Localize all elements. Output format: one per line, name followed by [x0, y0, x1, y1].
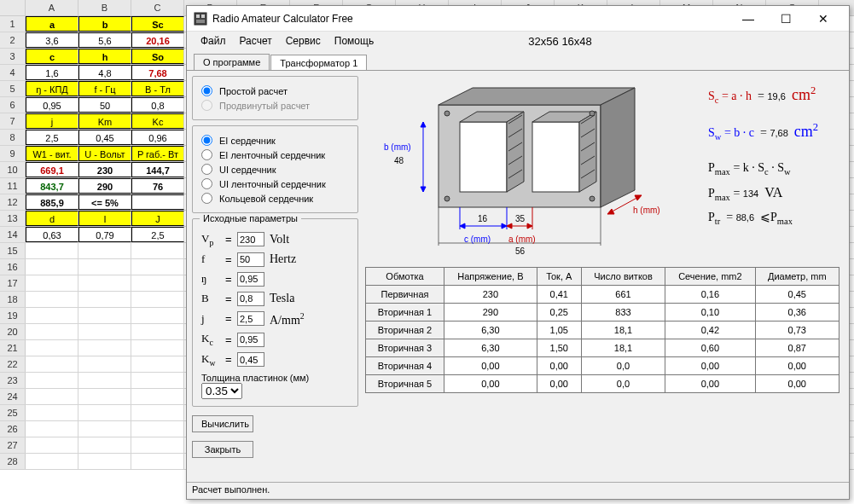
row-header[interactable]: 15 — [0, 243, 26, 258]
cell[interactable]: 2,5 — [131, 227, 184, 242]
input-kw[interactable] — [237, 352, 264, 367]
cell[interactable] — [131, 243, 184, 258]
radio-core-ring[interactable]: Кольцевой сердечник — [201, 191, 349, 206]
cell[interactable] — [78, 373, 131, 388]
cell[interactable]: c — [26, 49, 78, 64]
input-f[interactable] — [237, 252, 264, 267]
cell[interactable]: I — [78, 211, 131, 226]
row-header[interactable]: 22 — [0, 356, 26, 372]
cell[interactable]: <= 5% — [78, 194, 131, 210]
radio-simple[interactable]: Простой расчет — [201, 84, 349, 98]
cell[interactable]: 1,6 — [26, 65, 78, 80]
row-header[interactable]: 12 — [0, 194, 26, 210]
cell[interactable] — [131, 275, 184, 291]
input-eta[interactable] — [237, 272, 264, 287]
input-b[interactable] — [237, 292, 264, 306]
row-header[interactable]: 10 — [0, 162, 26, 177]
cell[interactable]: 50 — [78, 97, 131, 113]
cell[interactable] — [131, 454, 184, 469]
cell[interactable] — [26, 405, 78, 420]
cell[interactable]: f - Гц — [78, 81, 131, 96]
cell[interactable]: 20,16 — [131, 32, 184, 48]
cell[interactable] — [78, 437, 131, 453]
cell[interactable] — [26, 356, 78, 372]
radio-core-ei-tape[interactable]: EI ленточный сердечник — [201, 148, 349, 162]
cell[interactable]: ŋ - КПД — [26, 81, 78, 96]
row-header[interactable]: 18 — [0, 292, 26, 307]
cell[interactable] — [26, 373, 78, 388]
cell[interactable]: 885,9 — [26, 194, 78, 210]
cell[interactable]: 0,95 — [26, 97, 78, 113]
row-header[interactable]: 4 — [0, 65, 26, 80]
cell[interactable] — [26, 259, 78, 275]
cell[interactable]: 144,7 — [131, 162, 184, 177]
col-header[interactable]: A — [26, 0, 78, 15]
tab-about[interactable]: О программе — [194, 54, 270, 71]
row-header[interactable]: 17 — [0, 275, 26, 291]
maximize-button[interactable]: ☐ — [767, 7, 805, 31]
menu-service[interactable]: Сервис — [279, 33, 328, 49]
row-header[interactable]: 3 — [0, 49, 26, 64]
close-window-button[interactable]: ✕ — [805, 7, 842, 31]
cell[interactable] — [131, 373, 184, 388]
row-header[interactable]: 16 — [0, 259, 26, 275]
cell[interactable] — [131, 340, 184, 356]
col-header[interactable]: C — [131, 0, 184, 15]
cell[interactable] — [131, 389, 184, 404]
row-header[interactable]: 6 — [0, 97, 26, 113]
cell[interactable]: a — [26, 16, 78, 32]
cell[interactable] — [131, 194, 184, 210]
cell[interactable]: J — [131, 211, 184, 226]
cell[interactable] — [78, 324, 131, 339]
row-header[interactable]: 28 — [0, 454, 26, 469]
cell[interactable]: 2,5 — [26, 130, 78, 145]
cell[interactable] — [26, 454, 78, 469]
cell[interactable] — [26, 437, 78, 453]
cell[interactable] — [78, 308, 131, 323]
cell[interactable]: So — [131, 49, 184, 64]
cell[interactable] — [26, 421, 78, 437]
cell[interactable]: 7,68 — [131, 65, 184, 80]
row-header[interactable]: 21 — [0, 340, 26, 356]
col-header[interactable]: B — [78, 0, 131, 15]
cell[interactable]: W1 - вит. — [26, 146, 78, 161]
cell[interactable] — [78, 259, 131, 275]
cell[interactable]: j — [26, 113, 78, 129]
row-header[interactable]: 5 — [0, 81, 26, 96]
cell[interactable] — [78, 454, 131, 469]
menu-file[interactable]: Файл — [194, 33, 233, 49]
cell[interactable] — [131, 259, 184, 275]
cell[interactable] — [26, 243, 78, 258]
cell[interactable]: 290 — [78, 178, 131, 194]
cell[interactable] — [78, 421, 131, 437]
row-header[interactable]: 2 — [0, 32, 26, 48]
cell[interactable] — [78, 356, 131, 372]
cell[interactable] — [78, 340, 131, 356]
cell[interactable] — [131, 437, 184, 453]
cell[interactable]: 0,79 — [78, 227, 131, 242]
cell[interactable]: 4,8 — [78, 65, 131, 80]
cell[interactable]: 5,6 — [78, 32, 131, 48]
row-header[interactable]: 9 — [0, 146, 26, 161]
cell[interactable]: Kc — [131, 113, 184, 129]
cell[interactable]: Km — [78, 113, 131, 129]
cell[interactable] — [26, 389, 78, 404]
titlebar[interactable]: Radio Amateur Calculator Free — ☐ ✕ — [187, 6, 849, 32]
cell[interactable]: 3,6 — [26, 32, 78, 48]
cell[interactable] — [131, 292, 184, 307]
cell[interactable] — [26, 340, 78, 356]
row-header[interactable]: 13 — [0, 211, 26, 226]
tab-transformer[interactable]: Трансформатор 1 — [270, 55, 367, 72]
row-header[interactable]: 11 — [0, 178, 26, 194]
row-header[interactable]: 7 — [0, 113, 26, 129]
cell[interactable] — [78, 389, 131, 404]
cell[interactable] — [26, 308, 78, 323]
cell[interactable]: 669,1 — [26, 162, 78, 177]
cell[interactable] — [78, 275, 131, 291]
row-header[interactable]: 14 — [0, 227, 26, 242]
close-button[interactable]: Закрыть — [192, 441, 253, 458]
cell[interactable] — [26, 275, 78, 291]
radio-core-ei[interactable]: EI сердечник — [201, 133, 349, 148]
input-kc[interactable] — [237, 333, 264, 347]
radio-core-ui-tape[interactable]: UI ленточный сердечник — [201, 177, 349, 191]
